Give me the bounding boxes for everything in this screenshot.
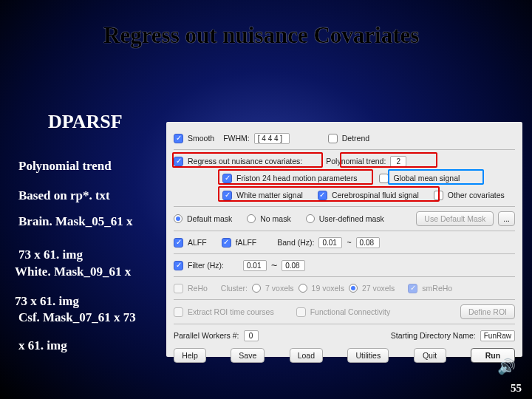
falff-label: fALFF <box>236 238 257 247</box>
label-based-on-rp: Based on rp*. txt <box>18 188 110 203</box>
save-button[interactable]: Save <box>231 348 265 363</box>
label-polynomial-trend: Polynomial trend <box>18 159 112 174</box>
sound-icon: 🔊 <box>497 358 516 375</box>
smreho-checkbox[interactable] <box>408 284 417 293</box>
cluster-27-label: 27 voxels <box>362 284 395 293</box>
startdir-field[interactable]: FunRaw <box>480 330 515 341</box>
band-low-field[interactable]: 0.01 <box>318 237 342 248</box>
smooth-checkbox[interactable] <box>174 134 183 143</box>
startdir-label: Starting Directory Name: <box>391 331 476 340</box>
cluster-label: Cluster: <box>221 284 248 293</box>
cluster-27-radio[interactable] <box>349 284 358 293</box>
define-roi-button[interactable]: Define ROI <box>460 304 515 319</box>
fwhm-field[interactable]: [ 4 4 4 ] <box>254 133 290 144</box>
default-mask-radio[interactable] <box>174 214 183 223</box>
smooth-label: Smooth <box>188 134 214 143</box>
alff-checkbox[interactable] <box>174 238 183 248</box>
polytrend-label: Polynomial trend: <box>326 157 386 166</box>
workers-field[interactable]: 0 <box>244 330 259 341</box>
falff-checkbox[interactable] <box>222 238 231 248</box>
use-default-mask-button[interactable]: Use Default Mask <box>416 211 494 226</box>
wm-label: White matter signal <box>236 191 303 200</box>
reho-label: ReHo <box>188 284 208 293</box>
other-checkbox[interactable] <box>434 191 443 200</box>
other-label: Other covariates <box>448 191 505 200</box>
user-mask-label: User-defined mask <box>319 214 384 223</box>
friston-checkbox[interactable] <box>222 174 232 183</box>
fc-label: Functional Connectivity <box>310 307 391 316</box>
fwhm-label: FWHM: <box>223 134 250 143</box>
roi-checkbox[interactable] <box>174 307 183 317</box>
user-mask-radio[interactable] <box>306 214 315 223</box>
detrend-label: Detrend <box>342 134 369 143</box>
no-mask-radio[interactable] <box>247 214 256 223</box>
band-label: Band (Hz): <box>277 238 314 247</box>
regress-label: Regress out nuisance covariates: <box>188 157 302 166</box>
no-mask-label: No mask <box>260 214 290 223</box>
detrend-checkbox[interactable] <box>328 134 338 143</box>
label-dparsf: DPARSF <box>48 111 123 133</box>
fc-checkbox[interactable] <box>296 307 306 317</box>
polytrend-field[interactable]: 2 <box>390 156 406 167</box>
cluster-7-radio[interactable] <box>252 284 261 293</box>
cluster-19-label: 19 voxels <box>312 284 344 293</box>
regress-checkbox[interactable] <box>174 157 183 166</box>
band-tilde: ~ <box>347 238 351 247</box>
wm-checkbox[interactable] <box>222 191 232 200</box>
label-73x61-b: 73 x 61. img <box>15 294 79 309</box>
label-white-mask: White. Mask_09_61 x <box>15 265 131 279</box>
filter-checkbox[interactable] <box>174 261 183 270</box>
cluster-19-radio[interactable] <box>299 284 307 293</box>
quit-button[interactable]: Quit <box>414 348 446 363</box>
page-number: 55 <box>511 382 522 395</box>
band-high-field[interactable]: 0.08 <box>356 237 380 248</box>
label-csf-mask: Csf. Mask_07_61 x 73 <box>18 310 136 325</box>
alff-label: ALFF <box>188 238 207 247</box>
roi-label: Extract ROI time courses <box>188 307 274 316</box>
friston-label: Friston 24 head motion parameters <box>236 174 357 183</box>
label-x61-img: x 61. img <box>18 338 67 353</box>
filter-label: Filter (Hz): <box>188 261 224 270</box>
csf-checkbox[interactable] <box>318 191 327 200</box>
default-mask-label: Default mask <box>187 214 232 223</box>
slide-title: Regress out nuisance Covariates <box>103 22 419 49</box>
load-button[interactable]: Load <box>290 348 323 363</box>
utilities-button[interactable]: Utilities <box>347 348 389 363</box>
label-brain-mask: Brain. Mask_05_61 x <box>18 214 132 229</box>
global-checkbox[interactable] <box>379 174 389 183</box>
csf-label: Cerebrospinal fluid signal <box>332 191 419 200</box>
smreho-label: smReHo <box>422 284 452 293</box>
filter-low-field[interactable]: 0.01 <box>243 260 267 271</box>
dparsf-panel: Smooth FWHM: [ 4 4 4 ] Detrend Regress o… <box>166 122 522 357</box>
workers-label: Parallel Workers #: <box>174 331 239 340</box>
help-button[interactable]: Help <box>174 348 206 363</box>
label-73x61-a: 73 x 61. img <box>18 248 83 262</box>
reho-checkbox[interactable] <box>174 284 183 293</box>
browse-mask-button[interactable]: ... <box>498 211 515 226</box>
cluster-7-label: 7 voxels <box>265 284 294 293</box>
filter-high-field[interactable]: 0.08 <box>282 260 305 271</box>
global-label: Global mean signal <box>393 174 460 183</box>
